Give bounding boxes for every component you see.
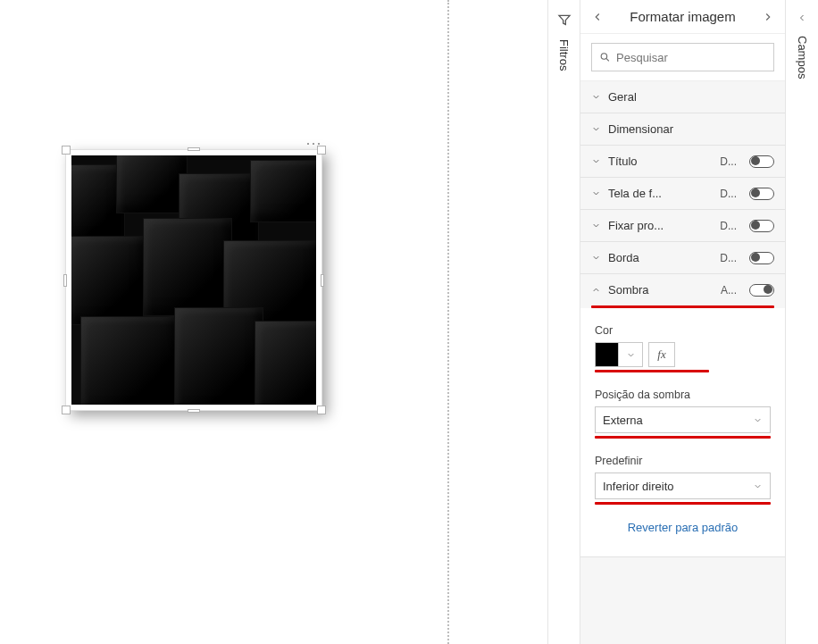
toggle-state: D... [720, 188, 737, 200]
section-label: Dimensionar [608, 122, 774, 136]
toggle-state: D... [720, 220, 737, 232]
chevron-down-icon [591, 156, 601, 166]
format-sections[interactable]: Geral Dimensionar Título D... [580, 81, 785, 644]
section-label: Sombra [608, 283, 714, 297]
section-dimensionar[interactable]: Dimensionar [580, 113, 785, 145]
toggle-sombra[interactable] [749, 284, 774, 297]
annotation-redline [595, 370, 709, 372]
section-label: Fixar pro... [608, 219, 713, 232]
resize-handle-tr[interactable] [317, 146, 326, 155]
section-geral[interactable]: Geral [580, 81, 785, 113]
label-posicao: Posição da sombra [595, 389, 771, 401]
fx-button[interactable]: fx [648, 342, 675, 367]
section-borda[interactable]: Borda D... [580, 242, 785, 273]
section-label: Geral [608, 90, 774, 104]
svg-point-0 [601, 54, 607, 59]
resize-handle-top[interactable] [188, 147, 200, 151]
image-content [71, 155, 316, 405]
filters-rail[interactable]: Filtros [548, 0, 580, 644]
format-header: Formatar imagem [580, 0, 785, 34]
chevron-down-icon [753, 481, 763, 491]
format-search[interactable] [591, 43, 774, 71]
section-label: Título [608, 155, 713, 168]
color-picker[interactable] [595, 342, 643, 367]
section-label: Borda [608, 251, 713, 264]
color-dropdown-button[interactable] [619, 350, 642, 360]
section-titulo[interactable]: Título D... [580, 146, 785, 177]
right-panels: Filtros Formatar imagem Geral [547, 0, 818, 644]
next-visual-button[interactable] [762, 11, 774, 23]
toggle-fixar-prop[interactable] [749, 220, 774, 232]
resize-handle-right[interactable] [321, 274, 324, 287]
filters-icon [557, 13, 572, 27]
search-icon [599, 51, 611, 63]
chevron-down-icon [591, 124, 601, 134]
search-input[interactable] [616, 51, 766, 64]
page-divider [447, 0, 449, 644]
resize-handle-br[interactable] [317, 406, 326, 414]
resize-handle-bl[interactable] [62, 406, 71, 414]
toggle-state: D... [720, 252, 737, 264]
toggle-state: A... [721, 284, 737, 297]
image-visual[interactable] [65, 149, 322, 411]
canvas: ⋯ [0, 0, 547, 644]
label-cor: Cor [595, 324, 771, 337]
prev-visual-button[interactable] [591, 11, 604, 23]
chevron-down-icon [591, 188, 601, 198]
revert-to-default-link[interactable]: Reverter para padrão [628, 521, 739, 534]
dropdown-predefinir[interactable]: Inferior direito [595, 473, 771, 499]
section-fixar-proporcao[interactable]: Fixar pro... D... [580, 210, 785, 241]
chevron-down-icon [591, 221, 601, 230]
annotation-redline [595, 436, 771, 439]
resize-handle-bottom[interactable] [188, 409, 200, 413]
sombra-body: Cor fx Posição da sombra [580, 308, 785, 556]
toggle-titulo[interactable] [749, 155, 774, 168]
chevron-down-icon [753, 415, 763, 425]
resize-handle-tl[interactable] [62, 146, 71, 155]
toggle-state: D... [720, 155, 737, 168]
fields-label: Campos [796, 34, 809, 79]
chevron-down-icon [591, 92, 601, 102]
section-tela-fundo[interactable]: Tela de f... D... [580, 178, 785, 209]
fields-rail[interactable]: Campos [786, 0, 818, 644]
chevron-down-icon [591, 253, 601, 263]
dropdown-value: Inferior direito [603, 480, 673, 493]
color-swatch [596, 343, 619, 366]
image-visual-container[interactable]: ⋯ [65, 149, 322, 411]
chevron-down-icon [626, 350, 636, 360]
section-sombra[interactable]: Sombra A... [580, 274, 785, 305]
collapse-fields-icon[interactable] [797, 13, 807, 23]
chevron-up-icon [591, 285, 601, 295]
section-label: Tela de f... [608, 187, 713, 200]
filters-label: Filtros [557, 38, 571, 71]
format-pane: Formatar imagem Geral [580, 0, 786, 644]
format-title: Formatar imagem [604, 9, 762, 24]
label-predefinir: Predefinir [595, 455, 771, 467]
dropdown-value: Externa [603, 414, 643, 427]
dropdown-posicao-sombra[interactable]: Externa [595, 406, 771, 433]
toggle-tela-fundo[interactable] [749, 188, 774, 200]
svg-line-1 [606, 59, 609, 62]
resize-handle-left[interactable] [63, 274, 67, 287]
toggle-borda[interactable] [749, 252, 774, 264]
